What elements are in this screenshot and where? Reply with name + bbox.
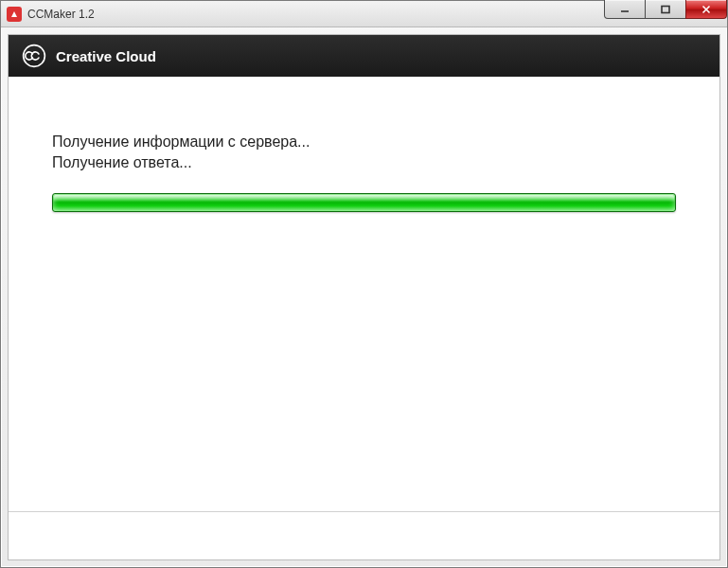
content-panel: Creative Cloud Получение информации с се… <box>8 34 720 560</box>
progress-bar <box>52 193 676 212</box>
window-title: CCMaker 1.2 <box>27 8 95 21</box>
product-title: Creative Cloud <box>56 48 156 64</box>
main-content: Получение информации с сервера... Получе… <box>9 77 719 511</box>
maximize-button[interactable] <box>645 0 686 19</box>
status-line-2: Получение ответа... <box>52 152 676 173</box>
minimize-button[interactable] <box>604 0 646 19</box>
status-line-1: Получение информации с сервера... <box>52 132 676 152</box>
window-controls <box>605 0 727 19</box>
footer-area <box>9 512 719 559</box>
svg-point-4 <box>24 45 45 67</box>
svg-rect-1 <box>662 6 669 12</box>
titlebar[interactable]: CCMaker 1.2 <box>1 1 727 27</box>
app-icon <box>7 7 22 22</box>
app-window: CCMaker 1.2 Creative Cloud Получение инф… <box>0 0 728 568</box>
close-button[interactable] <box>685 0 727 19</box>
product-header: Creative Cloud <box>9 35 719 77</box>
creative-cloud-icon <box>22 44 46 68</box>
